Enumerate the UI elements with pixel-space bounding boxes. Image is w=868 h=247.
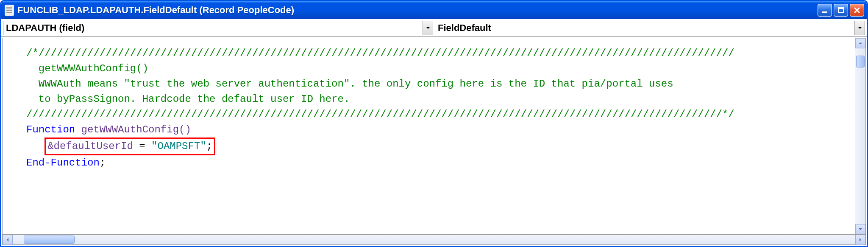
scroll-down-button[interactable] [855,224,865,234]
close-button[interactable] [850,4,864,17]
svg-rect-0 [822,11,827,13]
chevron-left-icon [5,237,10,242]
code-comment: ////////////////////////////////////////… [26,109,734,120]
event-dropdown-value: FieldDefault [438,22,854,34]
dropdown-toolbar: LDAPAUTH (field) FieldDefault [1,19,867,37]
chevron-down-icon [858,227,863,232]
scroll-right-button[interactable] [855,235,865,245]
editor-content: /*//////////////////////////////////////… [2,38,866,235]
field-dropdown-arrow[interactable] [423,21,433,35]
code-text[interactable]: /*//////////////////////////////////////… [3,38,865,178]
v-scroll-thumb[interactable] [856,56,865,67]
window-title: FUNCLIB_LDAP.LDAPAUTH.FieldDefault (Reco… [17,5,818,16]
document-icon [5,5,14,16]
code-variable: &defaultUserId [47,140,133,152]
code-comment: /*//////////////////////////////////////… [26,48,734,59]
code-semicolon: ; [100,157,106,168]
chevron-down-icon [426,25,431,31]
maximize-icon [837,6,845,14]
close-icon [853,6,861,14]
h-scroll-track[interactable] [13,235,855,244]
code-semicolon: ; [206,140,212,152]
window-controls [818,4,864,17]
h-scroll-thumb[interactable] [24,236,75,244]
chevron-right-icon [858,237,863,242]
vertical-scrollbar[interactable] [855,38,865,234]
event-dropdown[interactable]: FieldDefault [435,21,865,35]
minimize-icon [821,6,829,14]
field-dropdown[interactable]: LDAPAUTH (field) [3,21,433,35]
event-dropdown-arrow[interactable] [854,21,865,35]
code-string: "OAMPSFT" [151,140,206,152]
code-editor-window: FUNCLIB_LDAP.LDAPAUTH.FieldDefault (Reco… [0,0,868,247]
code-comment: to byPassSignon. Hardcode the default us… [26,93,350,105]
chevron-up-icon [858,41,863,46]
code-identifier: getWWWAuthConfig() [75,124,191,135]
scroll-up-button[interactable] [855,38,865,48]
code-keyword: Function [26,124,75,135]
horizontal-scrollbar[interactable] [2,235,866,245]
minimize-button[interactable] [818,4,832,17]
code-comment: getWWWAuthConfig() [26,63,148,74]
v-scroll-track[interactable] [855,48,865,224]
code-viewport[interactable]: /*//////////////////////////////////////… [3,38,865,234]
scroll-left-button[interactable] [3,235,13,245]
maximize-button[interactable] [834,4,848,17]
code-comment: WWWAuth means "trust the web server auth… [26,78,673,90]
titlebar[interactable]: FUNCLIB_LDAP.LDAPAUTH.FieldDefault (Reco… [1,1,867,19]
highlighted-line: &defaultUserId = "OAMPSFT"; [45,138,215,155]
code-keyword: End-Function [26,157,100,168]
code-operator: = [133,140,151,152]
chevron-down-icon [857,25,862,31]
code-indent [26,140,45,152]
field-dropdown-value: LDAPAUTH (field) [6,22,423,34]
svg-rect-2 [838,8,843,9]
